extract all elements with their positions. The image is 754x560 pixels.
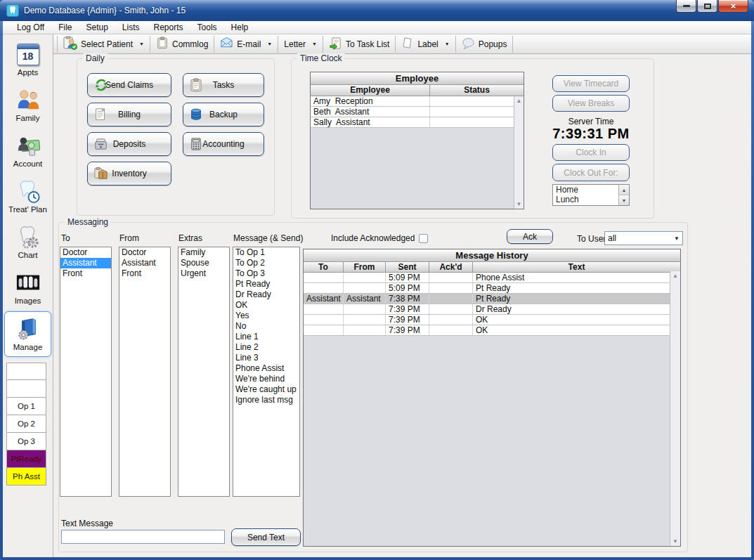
send-claims-button[interactable]: Send Claims [87,73,171,97]
list-item[interactable]: Family [178,247,229,258]
maximize-button[interactable] [697,0,717,13]
message-history-row-selected[interactable]: Assistant Assistant 7:38 PM Pt Ready [304,294,670,304]
list-item[interactable]: Line 1 [233,332,299,342]
list-item[interactable]: Phone Assist [233,363,299,374]
list-item[interactable]: Dr Ready [233,289,299,300]
view-breaks-button[interactable]: View Breaks [552,95,630,112]
dropdown-arrow-icon[interactable]: ▼ [267,41,272,46]
list-item[interactable]: We're behind [233,374,299,384]
list-item[interactable]: Pt Ready [233,279,299,289]
text-message-input[interactable] [61,530,225,544]
clock-out-option-home[interactable]: Home [553,185,629,195]
scroll-down-icon[interactable]: ▼ [670,538,680,545]
to-user-dropdown[interactable]: all ▼ [604,231,683,245]
sidebar-module-treat-plan[interactable]: Treat' Plan [3,174,53,220]
employee-row[interactable]: Amy Reception [311,96,514,107]
menu-file[interactable]: File [51,22,79,33]
clock-out-listbox[interactable]: Home Lunch ▲ ▼ [552,184,630,206]
quick-cell-empty[interactable] [6,363,46,380]
menu-setup[interactable]: Setup [79,22,115,33]
list-item[interactable]: Ignore last msg [233,395,299,405]
list-item[interactable]: Doctor [60,247,111,258]
message-history-row[interactable]: 7:39 PM Dr Ready [304,304,670,315]
quick-cell-phasst[interactable]: Ph Asst [6,468,46,486]
minimize-button[interactable] [676,0,696,13]
menu-tools[interactable]: Tools [190,22,224,33]
employee-row[interactable]: Sally Assistant [311,117,514,128]
sidebar-module-images[interactable]: Images [3,266,53,311]
ack-button[interactable]: Ack [507,229,553,244]
list-item[interactable]: We're caught up [233,384,299,395]
message-history-row[interactable]: 7:39 PM OK [304,315,670,325]
include-acknowledged-checkbox[interactable] [419,234,428,243]
message-history-row[interactable]: 5:09 PM Pt Ready [304,283,670,294]
sidebar-module-account[interactable]: Account [3,129,53,174]
list-item[interactable]: Line 2 [233,342,299,353]
toolbar-email[interactable]: E-mail ▼ [214,36,278,53]
clock-out-option-lunch[interactable]: Lunch [553,195,629,204]
extras-listbox[interactable]: Family Spouse Urgent [178,247,230,497]
list-item[interactable]: Urgent [178,268,229,279]
view-timecard-button[interactable]: View Timecard [552,75,630,92]
list-item[interactable]: Spouse [178,258,229,268]
toolbar-to-task-list[interactable]: To Task List [323,36,395,53]
backup-button[interactable]: Backup [183,103,264,126]
menu-reports[interactable]: Reports [147,22,190,33]
quick-cell-op2[interactable]: Op 2 [6,415,46,433]
menu-lists[interactable]: Lists [115,22,147,33]
list-item-selected[interactable]: Assistant [60,258,111,268]
employee-table-scrollbar[interactable]: ▲ ▼ [514,96,524,209]
list-item[interactable]: No [233,321,299,332]
message-history-row[interactable]: 7:39 PM OK [304,325,670,336]
send-text-button[interactable]: Send Text [231,528,301,546]
sidebar-module-family[interactable]: Family [3,83,53,129]
scroll-up-icon[interactable]: ▲ [670,273,680,279]
list-item[interactable]: Front [119,268,170,279]
to-listbox[interactable]: Doctor Assistant Front [60,247,112,497]
toolbar-popups[interactable]: Popups [456,36,513,53]
employee-row[interactable]: Beth Assistant [311,107,514,117]
message-history-row[interactable]: 5:09 PM Phone Assist [304,273,670,283]
inventory-button[interactable]: Inventory [87,162,171,185]
dropdown-arrow-icon[interactable]: ▼ [445,41,450,46]
deposits-button[interactable]: Deposits [87,132,171,156]
toolbar-label[interactable]: Label ▼ [396,36,455,53]
list-item[interactable]: To Op 3 [233,268,299,279]
close-button[interactable]: × [718,0,748,13]
from-listbox[interactable]: Doctor Assistant Front [119,247,171,497]
sidebar-module-chart[interactable]: Chart [3,220,53,266]
list-item[interactable]: To Op 1 [233,247,299,258]
list-item[interactable]: OK [233,300,299,311]
message-send-listbox[interactable]: To Op 1 To Op 2 To Op 3 Pt Ready Dr Read… [233,247,300,497]
menu-log-off[interactable]: Log Off [10,22,51,33]
toolbar-letter[interactable]: Letter ▼ [278,36,323,53]
dropdown-arrow-icon[interactable]: ▼ [139,41,144,46]
list-item[interactable]: Line 3 [233,353,299,363]
list-item[interactable]: Yes [233,311,299,321]
scroll-down-icon[interactable]: ▼ [514,201,524,207]
dropdown-arrow-icon[interactable]: ▼ [312,41,317,46]
message-history-scrollbar[interactable]: ▲ ▼ [670,271,680,546]
menu-help[interactable]: Help [224,22,256,33]
toolbar-select-patient[interactable]: Select Patient ▼ [58,36,150,53]
quick-cell-empty[interactable] [6,380,46,398]
list-item[interactable]: To Op 2 [233,258,299,268]
toolbar-commlog[interactable]: Commlog [150,36,214,53]
accounting-button[interactable]: Accounting [183,132,264,156]
list-item[interactable]: Doctor [119,247,170,258]
clock-out-for-button[interactable]: Clock Out For: [552,164,630,181]
popups-speech-bubble-icon [462,37,475,52]
sidebar-module-manage[interactable]: Manage [4,311,51,357]
list-item[interactable]: Assistant [119,258,170,268]
quick-cell-op3[interactable]: Op 3 [6,433,46,450]
scroll-up-button[interactable]: ▲ [619,185,629,195]
list-item[interactable]: Front [60,268,111,279]
scroll-down-button[interactable]: ▼ [619,195,629,205]
quick-cell-ptready[interactable]: PtReady [6,450,46,468]
tasks-button[interactable]: Tasks [183,73,264,97]
billing-button[interactable]: Billing [87,103,171,126]
clock-in-button[interactable]: Clock In [552,144,630,161]
sidebar-module-appts[interactable]: 18 Appts [3,37,53,83]
scroll-up-icon[interactable]: ▲ [514,98,524,104]
quick-cell-op1[interactable]: Op 1 [6,398,46,415]
